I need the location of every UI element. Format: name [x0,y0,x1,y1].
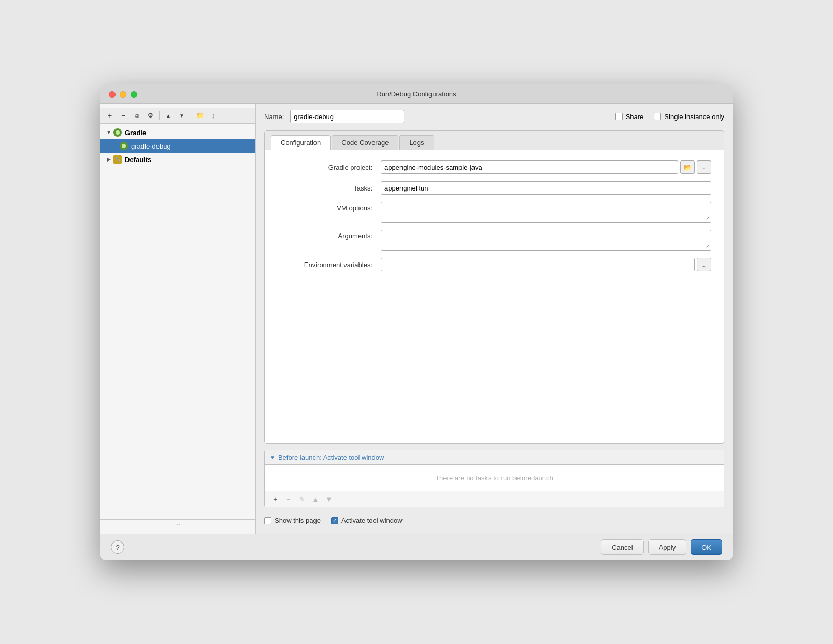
tab-configuration[interactable]: Configuration [271,135,331,150]
apply-label: Apply [659,544,676,551]
before-launch-edit-button[interactable]: ✎ [296,493,308,505]
env-variables-more-button[interactable]: ... [697,258,711,271]
arguments-expand-icon[interactable]: ↗ [706,243,710,249]
sidebar-toolbar: + − ⧉ ⚙ ▲ ▼ 📁 [100,108,255,124]
vm-options-label: VM options: [277,202,381,212]
activate-window-label: Activate tool window [341,517,403,524]
vm-options-input[interactable] [381,202,711,223]
bl-edit-icon: ✎ [299,495,305,503]
activate-window-checkbox-wrapper[interactable]: Activate tool window [331,517,403,524]
arguments-wrapper: ↗ [381,230,711,251]
single-instance-label: Single instance only [664,113,724,121]
dialog-footer: ? Cancel Apply OK [100,534,733,560]
gradle-project-browse-button[interactable]: 📂 [680,160,695,174]
arguments-row: Arguments: ↗ [277,230,711,251]
before-launch-toolbar: + − ✎ ▲ ▼ [265,491,724,507]
env-ellipsis-icon: ... [701,261,707,268]
sort-button[interactable]: ↕ [207,110,220,121]
dialog-body: + − ⧉ ⚙ ▲ ▼ 📁 [100,104,733,534]
folder-button[interactable]: 📁 [194,110,206,121]
vm-options-wrapper: ↗ [381,202,711,223]
options-row: Share Single instance only [615,113,724,121]
share-label: Share [626,113,644,121]
before-launch-empty-text: There are no tasks to run before launch [435,474,553,482]
tab-panel: Configuration Code Coverage Logs Gradle … [264,130,724,444]
sidebar-tree: ▼ Gradle gradle-debug ▶ [100,124,255,519]
sidebar-item-defaults[interactable]: ▶ 🔧 Defaults [100,153,255,166]
share-checkbox[interactable] [615,113,623,120]
arguments-input[interactable] [381,230,711,251]
sidebar: + − ⧉ ⚙ ▲ ▼ 📁 [100,104,256,534]
single-instance-checkbox-wrapper[interactable]: Single instance only [654,113,724,121]
tab-code-coverage[interactable]: Code Coverage [332,135,398,150]
close-button[interactable] [109,91,116,98]
sidebar-item-gradle-debug[interactable]: gradle-debug [100,139,255,153]
move-down-button[interactable]: ▼ [176,110,188,121]
tasks-row: Tasks: [277,181,711,195]
gradle-debug-node-icon [119,141,128,151]
remove-configuration-button[interactable]: − [117,110,130,121]
tasks-label: Tasks: [277,184,381,192]
before-launch-add-button[interactable]: + [269,493,281,505]
gradle-project-more-button[interactable]: ... [697,160,711,174]
env-variables-label: Environment variables: [277,261,381,269]
name-row: Name: Share Single instance only [264,110,724,123]
tab-configuration-content: Gradle project: 📂 ... [265,150,724,443]
minus-icon: − [121,111,125,120]
tabs-bar: Configuration Code Coverage Logs [265,131,724,150]
separator-2 [191,111,191,120]
gradle-project-row: Gradle project: 📂 ... [277,160,711,174]
expand-arrow-gradle[interactable]: ▼ [105,128,113,137]
activate-window-checkbox[interactable] [331,517,338,524]
before-launch-content: There are no tasks to run before launch [265,465,724,491]
show-page-checkbox-wrapper[interactable]: Show this page [264,517,321,524]
folder-icon: 📁 [196,112,204,119]
vm-options-expand-icon[interactable]: ↗ [706,215,710,221]
tab-logs[interactable]: Logs [399,135,434,150]
env-variables-input[interactable] [381,258,695,271]
before-launch-up-button[interactable]: ▲ [309,493,322,505]
tasks-input[interactable] [381,181,711,195]
settings-configuration-button[interactable]: ⚙ [144,110,156,121]
copy-icon: ⧉ [135,112,139,119]
before-launch-down-button[interactable]: ▼ [323,493,335,505]
name-field-label: Name: [264,113,284,121]
single-instance-checkbox[interactable] [654,113,661,120]
footer-buttons: Cancel Apply OK [601,539,722,555]
share-checkbox-wrapper[interactable]: Share [615,113,644,121]
cancel-button[interactable]: Cancel [601,539,643,555]
before-launch-section: ▼ Before launch: Activate tool window Th… [264,450,724,507]
before-launch-remove-button[interactable]: − [282,493,295,505]
before-launch-arrow-icon: ▼ [270,455,275,460]
minimize-button[interactable] [120,91,126,98]
add-configuration-button[interactable]: + [104,110,116,121]
apply-button[interactable]: Apply [648,539,687,555]
move-up-button[interactable]: ▲ [162,110,175,121]
gradle-node-label: Gradle [125,129,146,137]
expand-arrow-defaults[interactable]: ▶ [105,155,113,164]
gradle-project-label: Gradle project: [277,164,381,171]
separator-1 [159,111,160,120]
gradle-project-input-group: 📂 ... [381,160,711,174]
maximize-button[interactable] [131,91,137,98]
before-launch-header[interactable]: ▼ Before launch: Activate tool window [265,450,724,465]
gradle-project-input[interactable] [381,160,678,174]
copy-configuration-button[interactable]: ⧉ [131,110,143,121]
show-page-checkbox[interactable] [264,517,271,524]
defaults-node-label: Defaults [125,156,151,164]
gradle-node-icon [113,128,122,137]
sidebar-resize-handle[interactable]: ⋯ [100,519,255,530]
wrench-icon: 🔧 [115,157,121,162]
folder-open-icon: 📂 [683,164,692,171]
ok-button[interactable]: OK [691,539,722,555]
before-launch-title: Before launch: Activate tool window [278,453,384,461]
question-mark-icon: ? [116,544,119,551]
bl-plus-icon: + [273,495,277,503]
cancel-label: Cancel [612,544,633,551]
name-input[interactable] [290,110,404,123]
sidebar-item-gradle[interactable]: ▼ Gradle [100,126,255,139]
help-button[interactable]: ? [111,540,124,554]
env-variables-input-group: ... [381,258,711,271]
arrow-down-icon: ▼ [179,113,184,119]
settings-icon: ⚙ [148,112,153,119]
